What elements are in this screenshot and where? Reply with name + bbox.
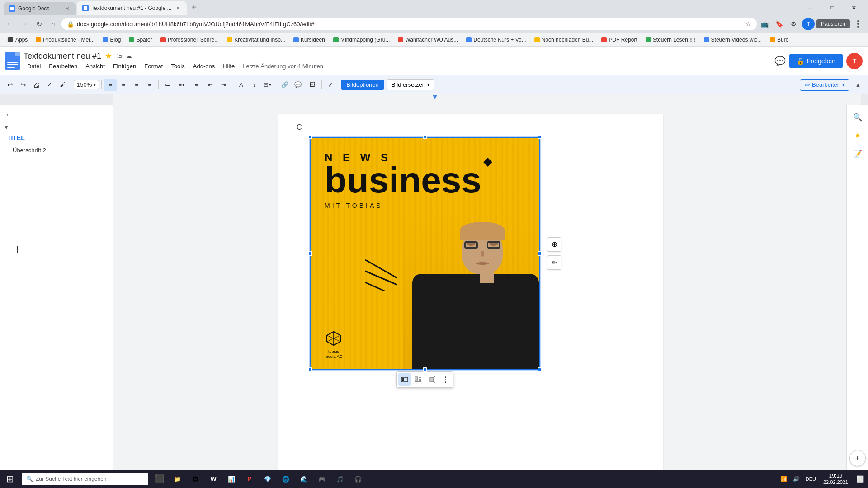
highlight-color-button[interactable]: A (235, 79, 247, 91)
align-right-button[interactable]: ≡ (130, 79, 143, 91)
print-button[interactable]: 🖨 (30, 79, 42, 91)
collapse-icon[interactable]: ▼ (4, 124, 9, 131)
autosave-status[interactable]: Letzte Änderung vor 4 Minuten (243, 63, 323, 70)
bookmark-blog[interactable]: Blog (99, 35, 124, 44)
line-spacing-button[interactable]: ↕ (248, 79, 260, 91)
share-button[interactable]: 🔒 Freigeben (789, 54, 843, 68)
bookmark-später[interactable]: Später (125, 35, 156, 44)
link-button[interactable]: 🔗 (278, 79, 291, 91)
bookmark-kreativität[interactable]: Kreativität und Insp... (223, 35, 289, 44)
break-text-button[interactable] (425, 373, 438, 386)
taskbar-app-unknown2[interactable]: 🎮 (313, 470, 331, 488)
wrap-text-button[interactable] (412, 373, 425, 386)
maximize-button[interactable]: □ (822, 0, 843, 15)
browser-action-settings[interactable]: ⚙ (788, 18, 800, 30)
taskbar-search[interactable]: 🔍 Zur Suche Text hier eingeben (22, 473, 148, 485)
bookmark-steuern-videos[interactable]: Steuern Videos wic... (700, 35, 766, 44)
comment-add-button[interactable]: 💬 (292, 79, 304, 91)
taskbar-app-excel[interactable]: 📊 (222, 470, 241, 488)
bookmark-büro[interactable]: Büro (766, 35, 792, 44)
pause-button[interactable]: Pausieren (816, 19, 850, 28)
start-button[interactable]: ⊞ (0, 470, 20, 488)
taskbar-app-edge[interactable]: 🌊 (295, 470, 313, 488)
bookmark-pdf[interactable]: PDF Report (598, 35, 641, 44)
handle-bottom-left[interactable] (308, 367, 312, 372)
document-title[interactable]: Textdokument neu #1 (24, 52, 101, 61)
handle-mid-left[interactable] (308, 251, 312, 256)
add-image-icon-button[interactable]: ⊕ (547, 237, 561, 252)
menu-hilfe[interactable]: Hilfe (219, 62, 238, 70)
star-bookmark-icon[interactable]: ★ (105, 51, 112, 61)
browser-menu-button[interactable] (852, 18, 864, 30)
tray-clock[interactable]: 19:19 22.02.2021 (820, 470, 852, 488)
edit-image-icon-button[interactable]: ✏ (547, 255, 561, 270)
menu-einfügen[interactable]: Einfügen (109, 62, 140, 70)
image-button[interactable]: 🖼 (305, 79, 319, 91)
close-button[interactable]: ✕ (844, 0, 864, 15)
notification-center-button[interactable]: ⬜ (854, 470, 866, 488)
expand-floating-button[interactable]: + (849, 450, 866, 466)
bookmark-wahlfächer[interactable]: Wahlfächer WU Aus... (394, 35, 462, 44)
taskbar-app-powerpoint[interactable]: P (241, 470, 259, 488)
tab-google-docs[interactable]: Google Docs ✕ (4, 2, 76, 15)
inline-align-button[interactable] (398, 373, 411, 386)
sidebar-back-button[interactable]: ← (4, 109, 109, 121)
notes-panel-button[interactable]: 📝 (849, 145, 866, 161)
menu-tools[interactable]: Tools (167, 62, 188, 70)
tray-lang[interactable]: DEU (804, 470, 818, 488)
handle-bottom-right[interactable] (538, 367, 542, 372)
bookmark-produktsuche[interactable]: Produktsuche - Mer... (32, 35, 98, 44)
zoom-selector[interactable]: 150% ▾ (74, 80, 99, 89)
back-button[interactable]: ← (4, 18, 16, 30)
tray-network[interactable]: 📶 (778, 470, 789, 488)
chat-panel-button[interactable]: ★ (849, 127, 866, 143)
paint-format-button[interactable]: 🖌 (56, 79, 69, 91)
menu-addons[interactable]: Add-ons (189, 62, 218, 70)
move-icon[interactable]: 🗂 (116, 52, 122, 60)
indent-right-button[interactable]: ⇥ (217, 79, 230, 91)
minimize-button[interactable]: ─ (800, 0, 821, 15)
star-icon[interactable]: ☆ (745, 20, 751, 28)
taskbar-app-task-view[interactable]: ⬛ (150, 470, 168, 488)
undo-button[interactable]: ↩ (4, 79, 16, 91)
align-left-button[interactable]: ≡ (104, 79, 117, 91)
bookmark-professionell[interactable]: Professionell Schre... (157, 35, 222, 44)
explore-button[interactable]: 🔍 (849, 109, 866, 125)
bookmark-mindmapping[interactable]: Mindmapping (Gru... (330, 35, 393, 44)
taskbar-app-explorer[interactable]: 📁 (168, 470, 186, 488)
menu-datei[interactable]: Datei (24, 62, 44, 70)
cloud-icon[interactable]: ☁ (126, 52, 132, 60)
indent-button[interactable]: ≡ (189, 79, 203, 91)
document-area[interactable]: C N (113, 105, 846, 470)
active-tab-close-icon[interactable]: ✕ (174, 5, 181, 12)
menu-ansicht[interactable]: Ansicht (82, 62, 108, 70)
column-button[interactable]: ⊟▾ (261, 79, 274, 91)
more-image-options-button[interactable]: ⋮ (439, 373, 452, 386)
bookmark-deutsche[interactable]: Deutsche Kurs + Vo... (462, 35, 529, 44)
menu-bearbeiten[interactable]: Bearbeiten (45, 62, 81, 70)
sidebar-item-h2[interactable]: Überschrift 2 (4, 145, 109, 155)
taskbar-app-unknown3[interactable]: 🎵 (331, 470, 349, 488)
image-replace-button[interactable]: Bild ersetzen ▾ (387, 79, 434, 90)
forward-button[interactable]: → (18, 18, 31, 30)
sidebar-item-titel[interactable]: TITEL (4, 132, 109, 143)
spellcheck-button[interactable]: ✓ (43, 79, 56, 91)
tray-volume[interactable]: 🔊 (791, 470, 802, 488)
taskbar-app-photos[interactable]: 🖼 (186, 470, 204, 488)
align-center-button[interactable]: ≡ (117, 79, 130, 91)
bookmark-kursideen[interactable]: Kursideen (290, 35, 329, 44)
tab-close-icon[interactable]: ✕ (63, 5, 71, 12)
image-container[interactable]: N E W S business MIT TOBIAS (310, 137, 540, 370)
taskbar-app-unknown1[interactable]: 💎 (259, 470, 277, 488)
taskbar-app-spotify[interactable]: 🎧 (349, 470, 367, 488)
browser-action-bookmark[interactable]: 🔖 (773, 18, 786, 30)
url-bar[interactable]: 🔒 docs.google.com/document/d/1hUH8k6h7Lb… (61, 18, 757, 30)
bookmark-apps[interactable]: ⬛ Apps (4, 35, 31, 44)
handle-top-right[interactable] (538, 135, 542, 139)
reload-button[interactable]: ↻ (33, 18, 45, 30)
expand-button[interactable]: ⤢ (324, 79, 337, 91)
bookmark-noch[interactable]: Noch hochladen Bu... (531, 35, 597, 44)
menu-format[interactable]: Format (141, 62, 166, 70)
handle-bottom-center[interactable] (423, 367, 427, 372)
bookmark-steuern[interactable]: Steuern Lesen !!!! (642, 35, 699, 44)
